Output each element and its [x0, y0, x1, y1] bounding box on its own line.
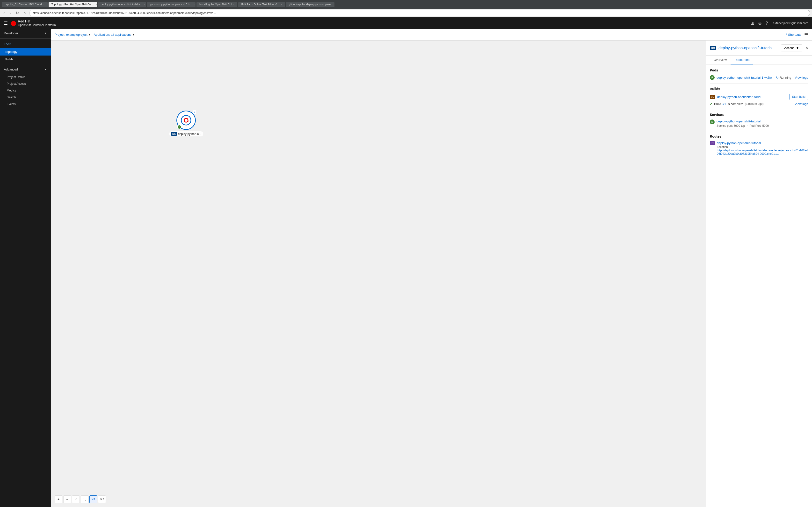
tab-3-close[interactable]: ×	[144, 3, 146, 6]
project-selector[interactable]: Project: exampleproject ▼	[55, 33, 91, 37]
sidebar-item-builds[interactable]: Builds	[0, 56, 51, 63]
toolbar-list-icon[interactable]: ☰	[804, 32, 808, 38]
build-num-link[interactable]: #1	[723, 102, 726, 106]
application-label: Application: all applications	[94, 33, 132, 37]
tab-6-close[interactable]: ×	[281, 3, 282, 6]
actions-button[interactable]: Actions ▼	[781, 44, 802, 51]
tab-1-label: rapchic_01 Cluster - IBM Cloud	[5, 3, 42, 6]
tab-6[interactable]: Edit Pad - Online Text Editor &... ×	[238, 2, 285, 7]
tab-5-close[interactable]: ×	[233, 3, 235, 6]
grid-icon[interactable]: ⊞	[751, 20, 754, 26]
reload-button[interactable]: ↻	[14, 10, 20, 16]
user-label[interactable]: IAM#debjani93@in.ibm.com	[772, 21, 808, 25]
toolbar-right: ? Shortcuts ☰	[785, 32, 808, 38]
tab-1-close[interactable]: ×	[43, 3, 45, 6]
side-panel-header: DC deploy-python-openshift-tutorial Acti…	[706, 41, 812, 56]
pod-name[interactable]: deploy-python-openshift-tutorial-1-wt5fw	[717, 76, 772, 79]
services-section-title: Services	[710, 113, 808, 117]
tab-overview[interactable]: Overview	[710, 56, 730, 64]
sidebar-sub-item-search[interactable]: Search	[0, 94, 51, 101]
build-name[interactable]: deploy-python-openshift-tutorial	[717, 95, 761, 99]
actions-arrow-icon: ▼	[796, 46, 799, 50]
route-url[interactable]: http://deploy-python-openshift-tutorial-…	[717, 149, 808, 156]
build-status-row: ✔ Build #1 is complete (a minute ago) Vi…	[710, 102, 808, 106]
back-button[interactable]: ‹	[2, 10, 6, 16]
hamburger-icon[interactable]: ☰	[4, 20, 8, 26]
node-sync-icon	[181, 115, 191, 125]
sidebar-sub-item-project-details[interactable]: Project Details	[0, 74, 51, 80]
route-name[interactable]: deploy-python-openshift-tutorial	[717, 141, 808, 145]
close-panel-button[interactable]: ×	[806, 45, 808, 50]
node-label-row: DC deploy-python-o...	[169, 131, 203, 136]
builds-section-title: Builds	[710, 87, 808, 91]
brand: ⬤ Red Hat OpenShift Container Platform	[11, 19, 56, 27]
bc-badge: BC	[710, 95, 715, 99]
plus-icon[interactable]: ⊕	[758, 20, 762, 26]
shortcuts-label: Shortcuts	[788, 33, 801, 37]
routes-section-title: Routes	[710, 134, 808, 138]
panel-dc-badge: DC	[710, 46, 716, 50]
sidebar-sub-item-events[interactable]: Events	[0, 101, 51, 107]
sidebar-developer-header[interactable]: Developer ▼	[0, 29, 51, 38]
build-status-label: Build	[714, 102, 721, 106]
application-selector[interactable]: Application: all applications ▼	[94, 33, 135, 37]
pod-status: ↻ Running	[776, 76, 791, 79]
pod-status-badge: P	[710, 75, 715, 80]
fullscreen-button[interactable]: ⛶	[81, 495, 89, 503]
shortcuts-help-icon: ?	[785, 33, 787, 37]
route-info: deploy-python-openshift-tutorial Locatio…	[717, 141, 808, 156]
forward-button[interactable]: ›	[8, 10, 12, 16]
service-port: Service port: 5000-tcp → Pod Port: 5000	[717, 124, 769, 127]
tab-1[interactable]: rapchic_01 Cluster - IBM Cloud ×	[2, 2, 48, 7]
panel-content: Pods P deploy-python-openshift-tutorial-…	[706, 64, 812, 159]
tab-5[interactable]: Installing the OpenShift CLI ×	[197, 2, 238, 7]
build-view-logs-link[interactable]: View logs	[795, 102, 808, 106]
sidebar-item-add[interactable]: +Add	[0, 40, 51, 48]
topology-node[interactable]: ✓ ↗ DC deploy-python-o...	[169, 111, 203, 136]
app-header: ☰ ⬤ Red Hat OpenShift Container Platform…	[0, 17, 812, 29]
zoom-controls: + − ⤢ ⛶ ⌘1 ⌘2	[55, 495, 106, 503]
developer-label: Developer	[4, 32, 18, 35]
panel-title: deploy-python-openshift-tutorial	[718, 46, 779, 50]
pod-view-logs-link[interactable]: View logs	[795, 76, 808, 79]
tab-4[interactable]: python-my-python-app.rapchic01-... ×	[147, 2, 196, 7]
address-text: https://console.openshift-console.rapchi…	[33, 11, 216, 15]
tab-7[interactable]: github/rapchic/deploy-python-opens... ×	[286, 2, 335, 7]
start-build-button[interactable]: Start Build	[790, 94, 808, 100]
fit-button[interactable]: ⤢	[72, 495, 80, 503]
shortcuts-button[interactable]: ? Shortcuts	[785, 33, 801, 37]
brand-name: Red Hat	[18, 19, 56, 23]
sidebar-sub-item-metrics[interactable]: Metrics	[0, 87, 51, 94]
ctrl2-button[interactable]: ⌘2	[98, 495, 106, 503]
tab-3[interactable]: deploy-python-openshift-tutorial-e... ×	[98, 2, 146, 7]
sidebar-sub-item-project-access[interactable]: Project Access	[0, 80, 51, 87]
build-complete-label: is complete	[727, 102, 743, 106]
tab-4-close[interactable]: ×	[193, 3, 195, 6]
tab-resources[interactable]: Resources	[730, 56, 753, 64]
ctrl1-button[interactable]: ⌘1	[89, 495, 97, 503]
sidebar-advanced-header[interactable]: Advanced ▼	[0, 65, 51, 74]
tab-2-close[interactable]: ×	[96, 3, 97, 6]
home-button[interactable]: ⌂	[22, 10, 28, 16]
main-layout: Developer ▼ +Add Topology Builds Advance…	[0, 29, 812, 507]
topology-canvas[interactable]: ✓ ↗ DC deploy-python-o... + − ⤢ ⛶ ⌘1 ⌘2	[51, 41, 706, 507]
zoom-out-button[interactable]: −	[63, 495, 71, 503]
help-icon[interactable]: ?	[766, 21, 768, 26]
tab-3-label: deploy-python-openshift-tutorial-e...	[101, 3, 143, 6]
tab-2[interactable]: Topology - Red Hat OpenShift Con... ×	[49, 2, 97, 7]
sidebar-item-topology[interactable]: Topology	[0, 48, 51, 56]
build-time-label: (a minute ago)	[745, 102, 763, 106]
address-bar[interactable]: https://console.openshift-console.rapchi…	[29, 10, 810, 16]
sidebar: Developer ▼ +Add Topology Builds Advance…	[0, 29, 51, 507]
brand-logo: ⬤	[11, 20, 16, 26]
route-location-label: Location:	[717, 145, 808, 149]
zoom-in-button[interactable]: +	[55, 495, 62, 503]
tab-2-label: Topology - Red Hat OpenShift Con...	[51, 3, 95, 6]
pods-section-title: Pods	[710, 68, 808, 72]
browser-chrome: rapchic_01 Cluster - IBM Cloud × Topolog…	[0, 0, 812, 9]
actions-label: Actions	[784, 46, 795, 50]
service-name[interactable]: deploy-python-openshift-tutorial	[717, 119, 769, 123]
advanced-arrow-icon: ▼	[45, 68, 47, 71]
brand-sub: OpenShift Container Platform	[18, 23, 56, 27]
node-external-link-icon[interactable]: ↗	[193, 110, 196, 114]
